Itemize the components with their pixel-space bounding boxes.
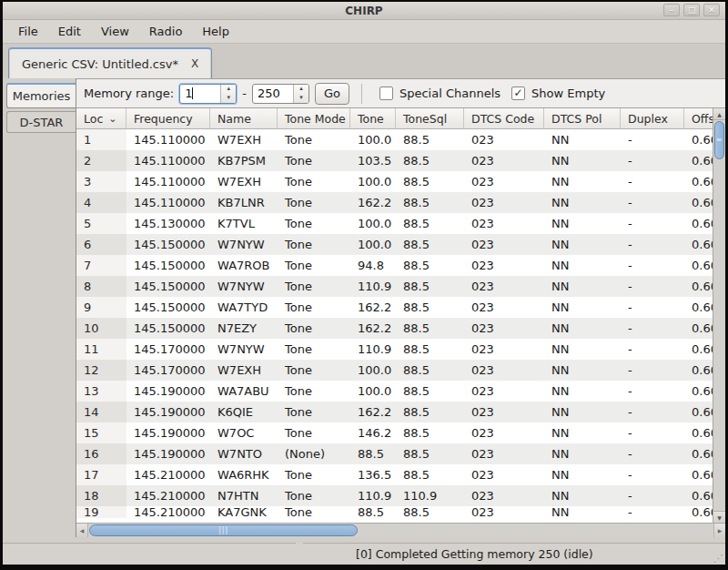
table-cell[interactable]: 023 xyxy=(464,402,544,422)
table-cell[interactable]: - xyxy=(621,318,684,339)
table-cell[interactable]: 88.5 xyxy=(396,422,464,443)
resize-grip[interactable]: ⋰ xyxy=(713,554,723,564)
table-cell[interactable]: - xyxy=(621,443,684,464)
show-empty-option[interactable]: ✓ Show Empty xyxy=(511,87,605,100)
table-cell[interactable]: Tone xyxy=(278,402,350,422)
table-cell[interactable]: 0.600000 xyxy=(684,234,713,255)
maximize-button[interactable]: □ xyxy=(683,4,700,16)
table-cell[interactable]: NN xyxy=(544,422,621,443)
table-cell[interactable]: Tone xyxy=(278,192,350,213)
table-cell[interactable]: 023 xyxy=(464,213,544,234)
table-cell[interactable]: 88.5 xyxy=(396,381,464,402)
side-tab-d-star[interactable]: D-STAR xyxy=(6,111,76,133)
table-cell[interactable]: NN xyxy=(544,192,621,213)
table-cell[interactable]: 0.600000 xyxy=(684,129,713,150)
table-cell[interactable]: 88.5 xyxy=(396,443,464,464)
table-cell[interactable]: NN xyxy=(544,339,621,360)
table-cell[interactable]: 88.5 xyxy=(396,276,464,297)
table-cell[interactable]: 0.600000 xyxy=(684,255,713,276)
table-cell[interactable]: 88.5 xyxy=(396,339,464,360)
table-cell[interactable]: 9 xyxy=(76,297,126,318)
table-cell[interactable]: - xyxy=(621,171,684,192)
table-cell[interactable]: 18 xyxy=(76,485,126,506)
table-cell[interactable]: 023 xyxy=(464,234,544,255)
table-cell[interactable]: 023 xyxy=(464,255,544,276)
table-cell[interactable]: W7NTO xyxy=(210,443,278,464)
table-cell[interactable]: 0.600000 xyxy=(684,485,713,506)
table-cell[interactable]: 023 xyxy=(464,381,544,402)
table-cell[interactable]: 0.600000 xyxy=(684,443,713,464)
table-cell[interactable]: 19 xyxy=(76,506,126,518)
table-cell[interactable]: - xyxy=(621,213,684,234)
scroll-down-icon[interactable]: ▼ xyxy=(713,511,725,523)
column-header-offset[interactable]: Offset xyxy=(684,108,713,129)
table-cell[interactable]: - xyxy=(621,150,684,171)
table-cell[interactable]: Tone xyxy=(278,506,350,518)
table-cell[interactable]: 11 xyxy=(76,339,126,360)
table-cell[interactable]: - xyxy=(621,506,684,518)
table-cell[interactable]: - xyxy=(621,129,684,150)
table-cell[interactable]: W7NYW xyxy=(210,234,278,255)
table-cell[interactable]: - xyxy=(621,485,684,506)
table-cell[interactable]: 145.210000 xyxy=(126,485,210,506)
range-end-input[interactable]: 250 xyxy=(253,85,293,103)
table-cell[interactable]: Tone xyxy=(278,297,350,318)
table-cell[interactable]: Tone xyxy=(278,255,350,276)
table-cell[interactable]: 145.190000 xyxy=(126,443,210,464)
table-row[interactable]: 17145.210000WA6RHKTone136.588.5023NN-0.6… xyxy=(76,464,713,485)
table-cell[interactable]: 110.9 xyxy=(396,485,464,506)
table-cell[interactable]: NN xyxy=(544,213,621,234)
vertical-scrollbar-track[interactable] xyxy=(713,160,725,511)
table-cell[interactable]: 110.9 xyxy=(350,339,396,360)
table-cell[interactable]: 145.190000 xyxy=(126,381,210,402)
table-cell[interactable]: 100.0 xyxy=(350,171,396,192)
table-cell[interactable]: NN xyxy=(544,485,621,506)
table-cell[interactable]: - xyxy=(621,192,684,213)
table-cell[interactable]: NN xyxy=(544,318,621,339)
table-cell[interactable]: 0.600000 xyxy=(684,360,713,381)
table-cell[interactable]: 0.600000 xyxy=(684,339,713,360)
table-cell[interactable]: NN xyxy=(544,234,621,255)
table-cell[interactable]: 023 xyxy=(464,443,544,464)
table-cell[interactable]: 145.110000 xyxy=(126,192,210,213)
table-row[interactable]: 9145.150000WA7TYDTone162.288.5023NN-0.60… xyxy=(76,297,713,318)
table-cell[interactable]: NN xyxy=(544,171,621,192)
special-channels-option[interactable]: Special Channels xyxy=(379,87,500,100)
horizontal-scrollbar[interactable]: ◀ ||| ▶ xyxy=(76,523,725,537)
table-cell[interactable]: 145.190000 xyxy=(126,402,210,422)
table-cell[interactable]: 145.150000 xyxy=(126,234,210,255)
table-cell[interactable]: 100.0 xyxy=(350,381,396,402)
tab-generic-csv[interactable]: Generic CSV: Untitled.csv* X xyxy=(8,47,212,78)
table-cell[interactable]: 0.600000 xyxy=(684,381,713,402)
minimize-button[interactable]: – xyxy=(663,4,680,16)
table-cell[interactable]: Tone xyxy=(278,213,350,234)
table-cell[interactable]: 88.5 xyxy=(396,213,464,234)
table-cell[interactable]: 1 xyxy=(76,129,126,150)
table-cell[interactable]: 023 xyxy=(464,506,544,518)
table-cell[interactable]: NN xyxy=(544,381,621,402)
table-row[interactable]: 7145.150000WA7ROBTone94.888.5023NN-0.600… xyxy=(76,255,713,276)
table-cell[interactable]: NN xyxy=(544,360,621,381)
table-cell[interactable]: 023 xyxy=(464,464,544,485)
table-cell[interactable]: 145.110000 xyxy=(126,171,210,192)
table-cell[interactable]: W7OC xyxy=(210,422,278,443)
table-cell[interactable]: NN xyxy=(544,255,621,276)
table-row[interactable]: 1145.110000W7EXHTone100.088.5023NN-0.600… xyxy=(76,129,713,150)
table-cell[interactable]: 94.8 xyxy=(350,255,396,276)
table-cell[interactable]: 145.110000 xyxy=(126,129,210,150)
table-cell[interactable]: 88.5 xyxy=(396,150,464,171)
table-cell[interactable]: Tone xyxy=(278,422,350,443)
table-cell[interactable]: (None) xyxy=(278,443,350,464)
table-cell[interactable]: 0.600000 xyxy=(684,192,713,213)
table-row[interactable]: 13145.190000WA7ABUTone100.088.5023NN-0.6… xyxy=(76,381,713,402)
table-cell[interactable]: 162.2 xyxy=(350,192,396,213)
table-cell[interactable]: 145.110000 xyxy=(126,150,210,171)
table-cell[interactable]: Tone xyxy=(278,485,350,506)
table-row[interactable]: 8145.150000W7NYWTone110.988.5023NN-0.600… xyxy=(76,276,713,297)
table-cell[interactable]: 2 xyxy=(76,150,126,171)
table-cell[interactable]: 17 xyxy=(76,464,126,485)
menu-item-view[interactable]: View xyxy=(91,22,139,41)
table-cell[interactable]: 162.2 xyxy=(350,318,396,339)
table-cell[interactable]: 145.130000 xyxy=(126,213,210,234)
table-cell[interactable]: W7NYW xyxy=(210,339,278,360)
